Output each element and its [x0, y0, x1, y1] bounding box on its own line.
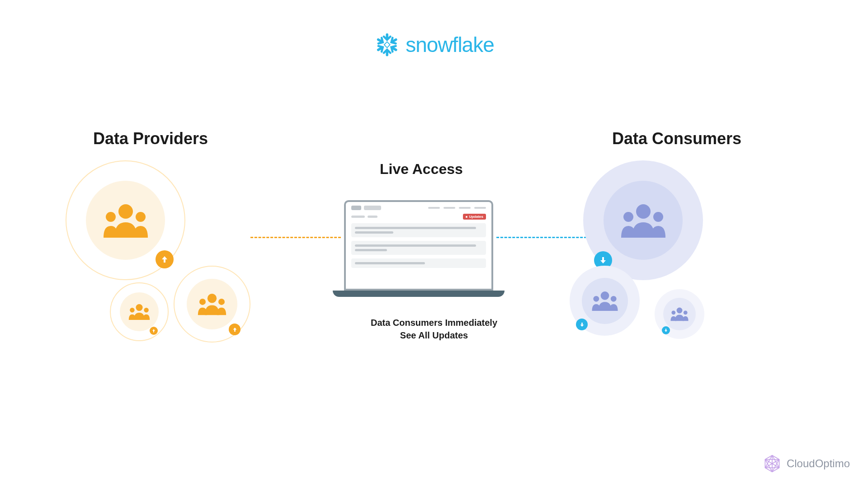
- svg-point-20: [593, 296, 599, 301]
- snowflake-brand-text: snowflake: [406, 33, 494, 57]
- cloudoptimo-logo: CloudOptimo: [762, 454, 850, 474]
- consumer-group-large-inner: [604, 181, 683, 260]
- people-icon: [101, 202, 151, 239]
- svg-point-15: [144, 308, 148, 312]
- consumer-group-small-inner: [663, 298, 696, 330]
- provider-group-large: [66, 160, 185, 280]
- provider-group-large-inner: [86, 181, 165, 260]
- list-item: [351, 241, 486, 255]
- snowflake-icon: [374, 32, 400, 58]
- laptop-illustration: Updates: [337, 200, 500, 297]
- svg-point-21: [610, 296, 616, 301]
- svg-point-12: [218, 299, 225, 305]
- people-icon: [618, 202, 668, 239]
- svg-point-14: [130, 308, 134, 312]
- list-item: [351, 258, 486, 268]
- svg-point-7: [118, 204, 133, 219]
- svg-rect-6: [384, 42, 390, 48]
- people-icon: [196, 292, 228, 316]
- consumers-title: Data Consumers: [612, 129, 741, 148]
- cloudoptimo-brand-text: CloudOptimo: [787, 457, 850, 470]
- svg-point-23: [671, 310, 675, 314]
- provider-group-medium-inner: [187, 279, 237, 329]
- caption-text: Data Consumers Immediately See All Updat…: [371, 316, 497, 342]
- provider-group-medium: [174, 266, 250, 343]
- download-badge-icon: [576, 319, 588, 330]
- connector-consumers: [496, 237, 587, 238]
- consumer-group-medium: [570, 266, 640, 336]
- svg-point-11: [199, 299, 206, 305]
- providers-title: Data Providers: [93, 129, 208, 148]
- upload-badge-icon: [156, 250, 174, 268]
- svg-point-8: [106, 212, 116, 222]
- consumer-group-medium-inner: [582, 278, 628, 324]
- svg-point-9: [136, 212, 146, 222]
- people-icon: [670, 306, 689, 322]
- svg-point-10: [208, 294, 217, 303]
- people-icon: [590, 290, 619, 312]
- updates-badge: Updates: [463, 214, 486, 220]
- svg-point-17: [623, 212, 633, 222]
- upload-badge-icon: [229, 324, 241, 335]
- svg-point-18: [653, 212, 663, 222]
- laptop-screen: Updates: [344, 200, 493, 291]
- laptop-base: [333, 291, 505, 297]
- consumer-group-small: [655, 289, 704, 339]
- provider-group-small-inner: [120, 292, 159, 331]
- caption-line-2: See All Updates: [371, 329, 497, 342]
- svg-point-24: [684, 310, 688, 314]
- provider-group-small: [110, 282, 169, 341]
- snowflake-logo: snowflake: [374, 32, 494, 58]
- upload-badge-icon: [150, 327, 158, 335]
- svg-point-22: [677, 308, 683, 314]
- svg-point-13: [136, 304, 142, 311]
- live-access-title: Live Access: [380, 161, 463, 178]
- svg-point-19: [600, 291, 609, 300]
- updates-badge-label: Updates: [469, 215, 483, 219]
- people-icon: [127, 303, 151, 321]
- consumer-group-large: [583, 160, 703, 280]
- connector-providers: [250, 237, 341, 238]
- caption-line-1: Data Consumers Immediately: [371, 316, 497, 329]
- svg-point-16: [636, 204, 651, 219]
- cloudoptimo-icon: [762, 454, 782, 474]
- list-item: [351, 223, 486, 237]
- download-badge-icon: [662, 326, 670, 334]
